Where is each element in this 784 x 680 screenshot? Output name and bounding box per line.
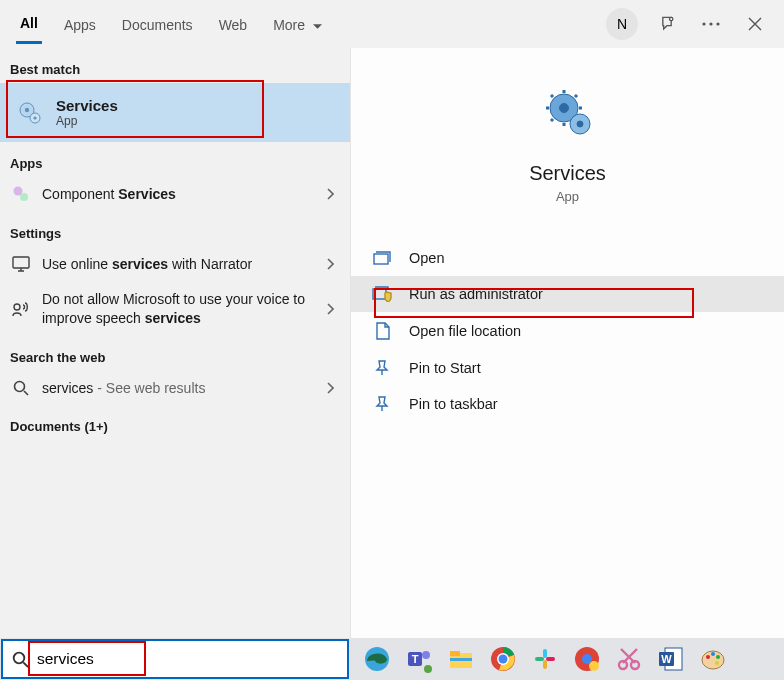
- svg-point-24: [424, 665, 432, 673]
- tab-apps[interactable]: Apps: [60, 5, 100, 43]
- svg-point-3: [716, 22, 719, 25]
- taskbar-apps: T W: [349, 641, 731, 677]
- result-label: Use online services with Narrator: [42, 255, 321, 274]
- header-actions: N: [606, 8, 770, 40]
- svg-point-37: [589, 661, 599, 671]
- file-location-icon: [371, 322, 393, 340]
- paint-icon[interactable]: [695, 641, 731, 677]
- section-settings: Settings: [0, 212, 350, 247]
- svg-point-46: [716, 655, 720, 659]
- admin-shield-icon: [371, 286, 393, 302]
- svg-rect-18: [373, 289, 386, 299]
- svg-point-9: [20, 193, 28, 201]
- action-label: Run as administrator: [409, 286, 543, 302]
- action-label: Pin to taskbar: [409, 396, 498, 412]
- tab-more[interactable]: More: [269, 5, 326, 43]
- section-apps: Apps: [0, 142, 350, 177]
- edge-icon[interactable]: [359, 641, 395, 677]
- filter-tabs: All Apps Documents Web More: [16, 3, 606, 44]
- svg-point-5: [25, 107, 29, 111]
- explorer-icon[interactable]: [443, 641, 479, 677]
- svg-rect-31: [543, 649, 547, 658]
- search-input[interactable]: [37, 641, 347, 677]
- feedback-icon[interactable]: [652, 9, 682, 39]
- svg-text:W: W: [661, 653, 672, 665]
- user-avatar[interactable]: N: [606, 8, 638, 40]
- svg-rect-17: [374, 254, 388, 264]
- header: All Apps Documents Web More N: [0, 0, 784, 48]
- search-icon: [10, 380, 32, 396]
- action-open-location[interactable]: Open file location: [351, 312, 784, 350]
- svg-point-2: [709, 22, 712, 25]
- close-icon[interactable]: [740, 9, 770, 39]
- result-web-search[interactable]: services - See web results: [0, 371, 350, 406]
- action-pin-taskbar[interactable]: Pin to taskbar: [351, 386, 784, 422]
- word-icon[interactable]: W: [653, 641, 689, 677]
- best-match-subtitle: App: [56, 114, 118, 128]
- action-run-as-admin[interactable]: Run as administrator: [351, 276, 784, 312]
- result-component-services[interactable]: Component Services: [0, 177, 350, 212]
- action-pin-start[interactable]: Pin to Start: [351, 350, 784, 386]
- section-best-match: Best match: [0, 48, 350, 83]
- chevron-right-icon: [321, 188, 340, 200]
- svg-rect-32: [535, 657, 544, 661]
- svg-rect-33: [543, 660, 547, 669]
- result-narrator-services[interactable]: Use online services with Narrator: [0, 247, 350, 282]
- action-open[interactable]: Open: [351, 240, 784, 276]
- svg-point-1: [702, 22, 705, 25]
- taskbar: T W: [0, 638, 784, 680]
- preview-pane: Services App Open Run as administrator O…: [350, 48, 784, 638]
- main: Best match Services App Apps Component S…: [0, 48, 784, 638]
- section-documents: Documents (1+): [0, 405, 350, 440]
- action-label: Open file location: [409, 323, 521, 339]
- best-match-title: Services: [56, 97, 118, 114]
- svg-point-30: [499, 655, 508, 664]
- search-icon: [3, 651, 37, 668]
- best-match-result[interactable]: Services App: [0, 83, 350, 142]
- svg-point-8: [14, 187, 23, 196]
- results-pane: Best match Services App Apps Component S…: [0, 48, 350, 638]
- result-label: Component Services: [42, 185, 321, 204]
- more-icon[interactable]: [696, 9, 726, 39]
- tab-documents[interactable]: Documents: [118, 5, 197, 43]
- svg-rect-26: [450, 651, 460, 656]
- svg-text:T: T: [412, 653, 419, 665]
- pin-icon: [371, 396, 393, 412]
- svg-point-16: [577, 121, 583, 127]
- svg-point-14: [559, 104, 568, 113]
- snip-icon[interactable]: [611, 641, 647, 677]
- chevron-down-icon: [313, 24, 322, 30]
- preview-title: Services: [529, 162, 606, 185]
- result-label: Do not allow Microsoft to use your voice…: [42, 290, 321, 328]
- result-speech-services[interactable]: Do not allow Microsoft to use your voice…: [0, 282, 350, 336]
- services-large-icon: [542, 88, 594, 140]
- services-app-icon: [16, 99, 44, 127]
- svg-point-45: [711, 652, 715, 656]
- svg-point-7: [33, 116, 36, 119]
- svg-point-12: [15, 382, 25, 392]
- action-label: Pin to Start: [409, 360, 481, 376]
- svg-rect-10: [13, 257, 29, 268]
- taskbar-search[interactable]: [1, 639, 349, 679]
- preview-header: Services App: [351, 78, 784, 228]
- svg-point-0: [670, 17, 673, 20]
- chrome-icon[interactable]: [485, 641, 521, 677]
- open-icon: [371, 251, 393, 265]
- svg-point-19: [13, 652, 24, 663]
- component-services-icon: [10, 185, 32, 203]
- chevron-right-icon: [321, 258, 340, 270]
- preview-actions: Open Run as administrator Open file loca…: [351, 240, 784, 422]
- action-label: Open: [409, 250, 444, 266]
- tab-all[interactable]: All: [16, 3, 42, 44]
- result-label: services - See web results: [42, 379, 321, 398]
- chevron-right-icon: [321, 303, 340, 315]
- slack-icon[interactable]: [527, 641, 563, 677]
- speech-icon: [10, 301, 32, 317]
- tab-web[interactable]: Web: [215, 5, 252, 43]
- chevron-right-icon: [321, 382, 340, 394]
- svg-rect-34: [546, 657, 555, 661]
- teams-icon[interactable]: T: [401, 641, 437, 677]
- chrome-dev-icon[interactable]: [569, 641, 605, 677]
- section-web: Search the web: [0, 336, 350, 371]
- svg-point-11: [14, 304, 20, 310]
